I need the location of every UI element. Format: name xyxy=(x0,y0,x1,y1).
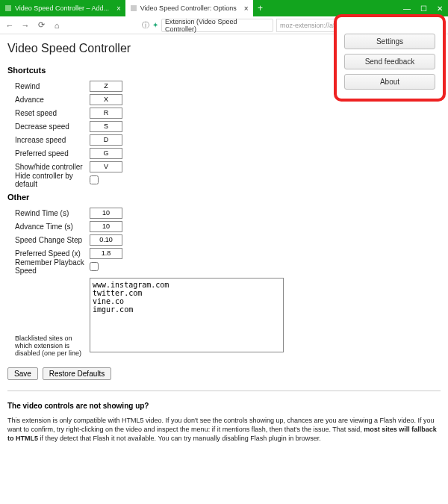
rewind-time-input[interactable] xyxy=(90,208,122,219)
page-icon xyxy=(130,4,137,12)
label-increase: Increase speed xyxy=(7,136,90,144)
url-identity: Extension (Video Speed Controller) xyxy=(161,19,273,32)
label-remember: Remember Playback Speed xyxy=(7,258,90,275)
other-heading: Other xyxy=(7,193,441,202)
close-icon[interactable]: × xyxy=(244,4,249,13)
label-advance-time: Advance Time (s) xyxy=(7,223,90,231)
svg-rect-0 xyxy=(5,5,11,11)
svg-rect-1 xyxy=(131,5,137,11)
url-bar[interactable]: ⓘ ✦ Extension (Video Speed Controller) m… xyxy=(142,19,355,32)
back-button[interactable]: ← xyxy=(3,19,16,32)
reset-key-input[interactable] xyxy=(90,108,122,119)
tab-label: Video Speed Controller: Options xyxy=(140,4,237,12)
advance-key-input[interactable] xyxy=(90,94,122,105)
save-button[interactable]: Save xyxy=(7,367,38,380)
remember-checkbox[interactable] xyxy=(90,262,99,271)
label-decrease: Decrease speed xyxy=(7,122,90,131)
browser-tab-options[interactable]: Video Speed Controller: Options × xyxy=(125,0,253,16)
label-reset: Reset speed xyxy=(7,109,90,117)
blacklist-textarea[interactable]: www.instagram.com twitter.com vine.co im… xyxy=(90,278,284,352)
label-showhide: Show/hide controller xyxy=(7,163,90,171)
reload-button[interactable]: ⟳ xyxy=(34,19,48,32)
tab-label: Video Speed Controller – Add... xyxy=(15,4,109,12)
label-step: Speed Change Step xyxy=(7,236,90,244)
faq-answer: This extension is only compatible with H… xyxy=(7,416,441,443)
home-button[interactable]: ⌂ xyxy=(50,19,63,32)
extension-icon: ✦ xyxy=(152,21,158,29)
restore-defaults-button[interactable]: Restore Defaults xyxy=(43,367,111,380)
faq-question: The video controls are not showing up? xyxy=(7,402,441,410)
shortcuts-heading: Shortcuts xyxy=(7,66,441,75)
hide-default-checkbox[interactable] xyxy=(90,175,99,184)
page-title: Video Speed Controller xyxy=(7,42,441,55)
advance-time-input[interactable] xyxy=(90,221,122,232)
label-preferred: Preferred speed xyxy=(7,149,90,158)
forward-button[interactable]: → xyxy=(19,19,32,32)
label-hide-default: Hide controller by default xyxy=(7,172,90,188)
preferred-key-input[interactable] xyxy=(90,148,122,159)
puzzle-icon xyxy=(4,4,12,12)
browser-tab-addon[interactable]: Video Speed Controller – Add... × xyxy=(0,0,125,16)
label-blacklist: Blacklisted sites on which extension is … xyxy=(7,278,90,357)
divider xyxy=(7,391,441,391)
label-rewind-time: Rewind Time (s) xyxy=(7,209,90,217)
increase-key-input[interactable] xyxy=(90,134,122,146)
info-icon[interactable]: ⓘ xyxy=(142,20,149,31)
decrease-key-input[interactable] xyxy=(90,121,122,132)
faq-section: The video controls are not showing up? T… xyxy=(7,402,441,443)
pref-speed-input[interactable] xyxy=(90,248,122,259)
label-rewind: Rewind xyxy=(7,82,90,90)
label-advance: Advance xyxy=(7,96,90,104)
step-input[interactable] xyxy=(90,234,122,246)
showhide-key-input[interactable] xyxy=(90,161,122,172)
close-icon[interactable]: × xyxy=(116,4,121,13)
options-page: Video Speed Controller Shortcuts Rewind … xyxy=(0,34,448,450)
new-tab-button[interactable]: + xyxy=(253,0,268,16)
rewind-key-input[interactable] xyxy=(90,81,122,92)
label-pref-speed: Preferred Speed (x) xyxy=(7,249,90,258)
